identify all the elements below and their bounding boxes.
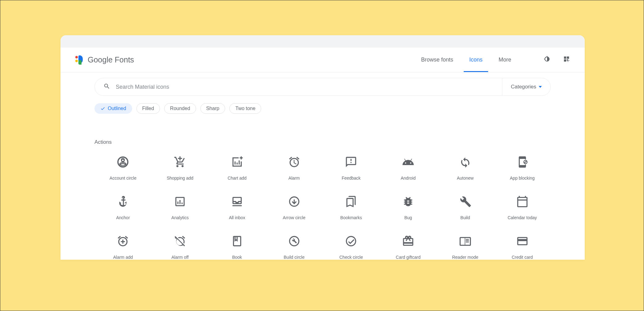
chip-filled[interactable]: Filled — [136, 103, 160, 114]
reader-mode-icon — [459, 235, 471, 247]
icon-anchor[interactable]: Anchor — [94, 195, 152, 220]
chip-two-tone[interactable]: Two tone — [229, 103, 261, 114]
search-input[interactable] — [116, 84, 502, 90]
account-circle-icon — [117, 156, 129, 168]
icon-alarm[interactable]: Alarm — [266, 156, 323, 181]
alarm-add-icon — [117, 235, 129, 247]
icon-arrow-circle[interactable]: Arrow circle — [266, 195, 323, 220]
bug-icon — [402, 195, 414, 208]
icon-autorenew[interactable]: Autonew — [437, 156, 494, 181]
feedback-icon — [345, 156, 357, 168]
icon-bug[interactable]: Bug — [380, 195, 437, 220]
autorenew-icon — [459, 156, 471, 168]
icon-alarm-add[interactable]: Alarm add — [94, 235, 152, 260]
check-circle-icon — [345, 235, 357, 247]
top-bar: Google Fonts Browse fonts Icons More — [61, 48, 585, 72]
google-fonts-logo[interactable]: Google Fonts — [75, 55, 134, 65]
card-giftcard-icon — [402, 235, 414, 247]
chip-sharp[interactable]: Sharp — [200, 103, 225, 114]
nav-more[interactable]: More — [499, 48, 511, 72]
categories-label: Categories — [511, 84, 536, 90]
icon-android[interactable]: Android — [380, 156, 437, 181]
check-icon — [100, 106, 105, 111]
icon-grid: Account circle Shopping add Chart add Al… — [94, 156, 551, 260]
icon-account-circle[interactable]: Account circle — [94, 156, 152, 181]
alarm-off-icon — [174, 235, 186, 247]
nav-icons[interactable]: Icons — [469, 48, 483, 72]
section-title: Actions — [94, 139, 551, 145]
credit-card-icon — [516, 235, 529, 247]
browser-window: Google Fonts Browse fonts Icons More — [61, 35, 585, 260]
chip-outlined[interactable]: Outlined — [94, 103, 132, 114]
svg-rect-0 — [564, 57, 566, 59]
icon-book[interactable]: Book — [209, 235, 266, 260]
icon-build[interactable]: Build — [437, 195, 494, 220]
dark-mode-icon[interactable] — [543, 55, 551, 64]
icon-build-circle[interactable]: Build circle — [266, 235, 323, 260]
svg-rect-2 — [564, 59, 566, 62]
dropdown-arrow-icon — [539, 86, 542, 88]
icon-shopping-add[interactable]: Shopping add — [152, 156, 209, 181]
main-content: Categories Outlined Filled Rounded Sharp… — [61, 72, 585, 260]
icon-check-circle[interactable]: Check circle — [323, 235, 380, 260]
icon-reader-mode[interactable]: Reader mode — [437, 235, 494, 260]
alarm-icon — [288, 156, 300, 168]
svg-rect-1 — [567, 57, 569, 59]
icon-chart-add[interactable]: Chart add — [209, 156, 266, 181]
svg-point-4 — [122, 160, 124, 162]
icon-feedback[interactable]: Feedback — [323, 156, 380, 181]
shopping-cart-add-icon — [174, 156, 186, 168]
logo-mark-icon — [75, 55, 85, 65]
arrow-circle-down-icon — [288, 195, 300, 208]
chart-add-icon — [231, 156, 243, 168]
icon-app-blocking[interactable]: App blocking — [494, 156, 551, 181]
anchor-icon — [117, 195, 129, 208]
app-blocking-icon — [516, 156, 529, 168]
search-bar: Categories — [94, 78, 551, 96]
nav-browse-fonts[interactable]: Browse fonts — [421, 48, 453, 72]
style-chips: Outlined Filled Rounded Sharp Two tone — [94, 103, 551, 114]
search-icon — [103, 83, 110, 91]
icon-calendar-today[interactable]: Calendar today — [494, 195, 551, 220]
icon-analytics[interactable]: Analytics — [152, 195, 209, 220]
analytics-icon — [174, 195, 186, 208]
bookmarks-icon — [345, 195, 357, 208]
primary-nav: Browse fonts Icons More — [421, 48, 570, 72]
icon-alarm-off[interactable]: Alarm off — [152, 235, 209, 260]
categories-dropdown[interactable]: Categories — [502, 78, 550, 96]
icon-all-inbox[interactable]: All inbox — [209, 195, 266, 220]
build-icon — [459, 195, 471, 208]
book-icon — [231, 235, 243, 247]
calendar-today-icon — [516, 195, 529, 208]
icon-bookmarks[interactable]: Bookmarks — [323, 195, 380, 220]
browser-titlebar — [61, 35, 585, 48]
all-inbox-icon — [231, 195, 243, 208]
icon-credit-card[interactable]: Credit card — [494, 235, 551, 260]
apps-grid-icon[interactable] — [563, 56, 570, 64]
icon-card-giftcard[interactable]: Card giftcard — [380, 235, 437, 260]
android-icon — [402, 156, 414, 168]
build-circle-icon — [288, 235, 300, 247]
logo-text: Google Fonts — [88, 55, 134, 64]
chip-rounded[interactable]: Rounded — [164, 103, 196, 114]
